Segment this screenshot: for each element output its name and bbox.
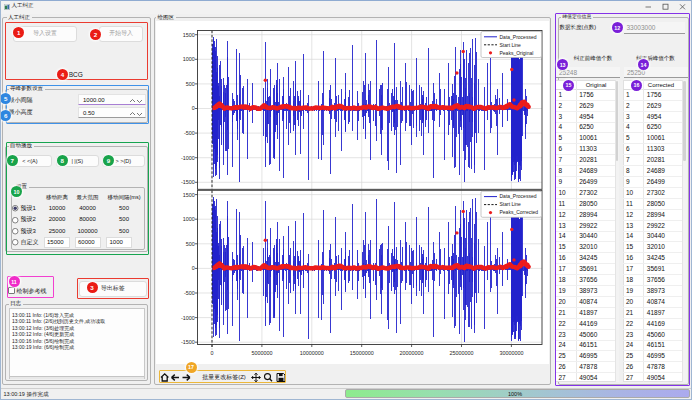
svg-text:1000: 1000 <box>182 216 194 222</box>
svg-text:1500: 1500 <box>182 32 194 38</box>
svg-text:-1000: -1000 <box>181 155 195 161</box>
svg-text:10000000: 10000000 <box>299 350 323 356</box>
svg-text:-500: -500 <box>184 290 195 296</box>
svg-text:500: 500 <box>185 241 194 247</box>
svg-text:25000000: 25000000 <box>449 350 473 356</box>
svg-text:Data_Processed: Data_Processed <box>499 193 536 199</box>
svg-text:Data_Processed: Data_Processed <box>499 34 536 40</box>
svg-text:Start Line: Start Line <box>499 201 521 207</box>
svg-text:-1500: -1500 <box>181 179 195 185</box>
svg-text:1500: 1500 <box>182 192 194 198</box>
svg-text:0: 0 <box>210 350 213 356</box>
svg-text:5000000: 5000000 <box>251 350 272 356</box>
svg-text:30000000: 30000000 <box>499 350 523 356</box>
svg-text:0: 0 <box>191 265 194 271</box>
svg-text:20000000: 20000000 <box>399 350 423 356</box>
svg-text:1000: 1000 <box>182 56 194 62</box>
svg-text:Start Line: Start Line <box>499 42 521 48</box>
svg-text:-1500: -1500 <box>181 339 195 345</box>
svg-text:500: 500 <box>185 81 194 87</box>
svg-text:Peaks_Original: Peaks_Original <box>499 50 533 56</box>
svg-text:0: 0 <box>191 105 194 111</box>
svg-text:-500: -500 <box>184 130 195 136</box>
svg-text:Peaks_Corrected: Peaks_Corrected <box>499 209 538 215</box>
svg-text:-1000: -1000 <box>181 315 195 321</box>
svg-text:15000000: 15000000 <box>349 350 373 356</box>
